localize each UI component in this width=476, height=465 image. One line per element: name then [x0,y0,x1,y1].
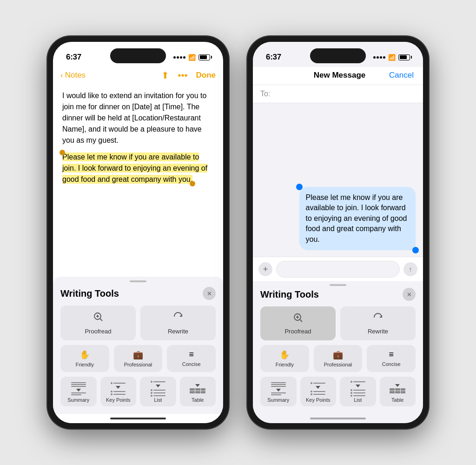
friendly-label-notes: Friendly [76,362,94,367]
home-indicator-notes [53,414,223,423]
proofread-label-messages: Proofread [284,328,311,335]
concise-label-notes: Concise [182,361,201,367]
home-bar-notes [110,418,166,419]
selection-handle-tl [296,184,303,190]
battery-icon-notes [198,54,210,60]
home-indicator-messages [253,414,423,423]
notes-content: I would like to extend an invitation for… [53,85,223,277]
friendly-icon-notes: ✋ [79,350,90,360]
list-icon-messages [349,380,367,395]
table-icon-notes [189,380,206,395]
summary-icon-messages [270,380,287,395]
add-button-messages[interactable]: + [258,262,272,276]
more-icon[interactable]: ••• [178,70,187,81]
proofread-label-notes: Proofread [85,328,111,335]
text-input-messages[interactable] [276,261,400,278]
proofread-button-notes[interactable]: Proofread [60,306,136,340]
signal-dot-1 [173,56,176,59]
friendly-button-messages[interactable]: ✋ Friendly [260,345,309,372]
message-input-bar: + ↑ [253,257,423,281]
keypoints-label-notes: Key Points [106,397,131,403]
message-bubble: Please let me know if you are available … [299,187,416,250]
signal-dot-m1 [373,56,376,59]
status-time-messages: 6:37 [266,53,281,62]
send-button-messages[interactable]: ↑ [403,262,417,276]
signal-dot-2 [177,56,179,59]
message-bubble-wrapper: Please let me know if you are available … [260,187,416,250]
friendly-button-notes[interactable]: ✋ Friendly [60,345,109,372]
messages-phone: 6:37 📶 New Message Cancel To: [247,36,429,429]
professional-button-messages[interactable]: 💼 Professional [314,345,363,372]
keypoints-icon-messages [309,380,327,395]
close-button-messages[interactable]: ✕ [403,288,416,301]
signal-icon-messages [373,56,385,59]
battery-fill-notes [200,55,207,59]
messages-nav: New Message Cancel [253,67,423,85]
friendly-label-messages: Friendly [276,362,294,367]
signal-dot-m3 [380,56,382,59]
svg-line-5 [300,320,303,322]
rewrite-button-notes[interactable]: Rewrite [140,306,216,340]
selection-handle-start [60,150,65,155]
professional-button-notes[interactable]: 💼 Professional [114,345,163,372]
professional-label-notes: Professional [124,362,152,367]
friendly-icon-messages: ✋ [279,350,290,360]
summary-icon-notes [70,380,87,395]
summary-tools-row-notes: Summary Key Points [60,377,216,406]
messages-body: Please let me know if you are available … [253,103,423,257]
battery-fill-messages [400,55,407,59]
close-button-notes[interactable]: ✕ [203,287,216,300]
back-button[interactable]: ‹ Notes [60,71,86,80]
share-icon[interactable]: ⬆︎ [161,70,169,81]
notes-screen: 6:37 📶 ‹ Notes ⬆︎ [53,42,223,423]
proofread-icon-notes [93,311,104,325]
tone-tools-row-notes: ✋ Friendly 💼 Professional ≡ Concise [60,345,216,372]
cancel-button-messages[interactable]: Cancel [389,71,414,80]
highlighted-text: Please let me know if you are available … [62,153,207,184]
done-button[interactable]: Done [196,71,216,80]
proofread-icon-messages [292,312,304,325]
home-bar-messages [310,418,366,419]
table-button-notes[interactable]: Table [180,377,216,406]
panel-header-messages: Writing Tools ✕ [260,288,416,301]
list-button-messages[interactable]: List [340,377,376,406]
list-button-notes[interactable]: List [140,377,176,406]
keypoints-button-notes[interactable]: Key Points [100,377,137,406]
dynamic-island-notes [110,48,166,63]
back-label: Notes [65,71,86,80]
notes-nav: ‹ Notes ⬆︎ ••• Done [53,67,223,85]
concise-button-messages[interactable]: ≡ Concise [367,345,416,372]
main-tools-row-notes: Proofread Rewrite [60,306,216,340]
new-message-title: New Message [314,71,366,80]
nav-actions: ⬆︎ ••• Done [161,70,216,81]
paragraph-1: I would like to extend an invitation for… [62,90,214,146]
keypoints-button-messages[interactable]: Key Points [300,377,337,406]
to-field: To: [253,85,423,103]
signal-dot-4 [183,56,185,59]
rewrite-label-notes: Rewrite [168,328,188,335]
list-label-notes: List [154,397,162,403]
battery-icon-messages [398,54,410,60]
table-label-notes: Table [192,397,204,403]
summary-button-messages[interactable]: Summary [260,377,297,406]
summary-label-messages: Summary [267,397,289,403]
writing-tools-panel-notes: Writing Tools ✕ Proofread [53,277,223,414]
summary-button-notes[interactable]: Summary [60,377,97,406]
selected-text-block: Please let me know if you are available … [62,153,207,183]
message-text: Please let me know if you are available … [306,193,407,243]
concise-icon-messages: ≡ [389,350,394,359]
proofread-button-messages[interactable]: Proofread [260,306,336,340]
signal-icon [173,56,185,59]
rewrite-button-messages[interactable]: Rewrite [340,306,416,340]
to-label: To: [260,90,270,98]
concise-button-notes[interactable]: ≡ Concise [167,345,216,372]
concise-label-messages: Concise [382,361,401,367]
rewrite-icon-notes [172,311,184,325]
list-label-messages: List [354,397,362,403]
wifi-icon-messages: 📶 [388,54,396,61]
tone-tools-row-messages: ✋ Friendly 💼 Professional ≡ Concise [260,345,416,372]
keypoints-icon-notes [109,380,127,395]
table-button-messages[interactable]: Table [380,377,416,406]
professional-icon-messages: 💼 [333,350,343,360]
signal-dot-3 [180,56,182,59]
